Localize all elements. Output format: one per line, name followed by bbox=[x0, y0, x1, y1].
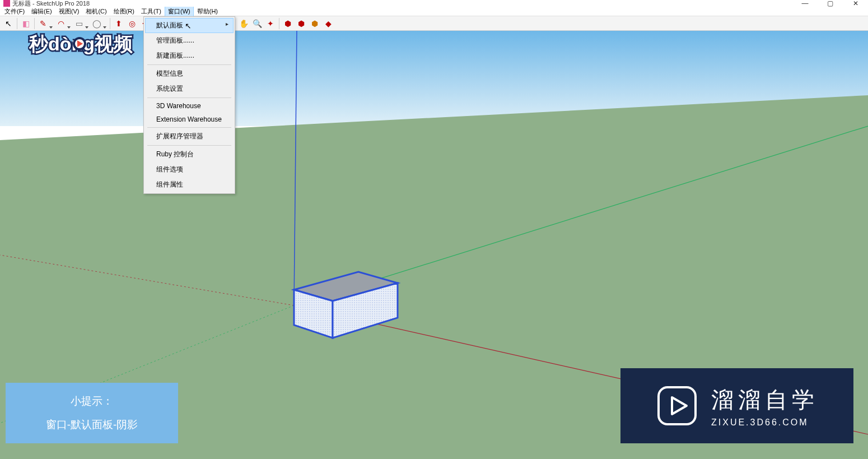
dropdown-item[interactable]: 组件选项 bbox=[145, 162, 234, 177]
cursor-icon: ↖ bbox=[185, 21, 192, 30]
toolbar-separator bbox=[17, 18, 17, 29]
window-controls: — ▢ ✕ bbox=[792, 0, 868, 7]
brand-text: 溜溜自学 ZIXUE.3D66.COM bbox=[711, 384, 819, 428]
dropdown-item[interactable]: Ruby 控制台 bbox=[145, 147, 234, 162]
maximize-button[interactable]: ▢ bbox=[818, 0, 843, 7]
dropdown-item[interactable]: 新建面板...... bbox=[145, 48, 234, 63]
menu-tools[interactable]: 工具(T) bbox=[138, 6, 165, 17]
close-button[interactable]: ✕ bbox=[843, 0, 868, 7]
extension-tool[interactable]: ◆ bbox=[322, 17, 334, 30]
brand-box: 溜溜自学 ZIXUE.3D66.COM bbox=[620, 368, 853, 443]
zoom-tool[interactable]: 🔍 bbox=[251, 17, 263, 30]
dropdown-item[interactable]: 模型信息 bbox=[145, 66, 234, 81]
pan-tool[interactable]: ✋ bbox=[237, 17, 250, 30]
brand-url: ZIXUE.3D66.COM bbox=[711, 418, 809, 428]
menu-help[interactable]: 帮助(H) bbox=[194, 6, 221, 17]
dropdown-separator bbox=[147, 98, 231, 98]
dropdown-item[interactable]: 3D Warehouse bbox=[145, 99, 234, 113]
window-dropdown: 默认面板管理面板......新建面板......模型信息系统设置3D Wareh… bbox=[143, 16, 235, 194]
watermark-logo: 秒dòng视频 bbox=[28, 28, 146, 61]
dropdown-item[interactable]: 扩展程序管理器 bbox=[145, 129, 234, 144]
toolbar-separator bbox=[34, 18, 35, 29]
minimize-button[interactable]: — bbox=[792, 0, 818, 7]
zoom-extents-tool[interactable]: ✦ bbox=[264, 17, 277, 30]
warehouse1-tool[interactable]: ⬢ bbox=[282, 17, 294, 30]
menu-draw[interactable]: 绘图(R) bbox=[110, 6, 138, 17]
dropdown-item[interactable]: 系统设置 bbox=[145, 81, 234, 96]
dropdown-item[interactable]: Extension Warehouse bbox=[145, 113, 234, 126]
tip-box: 小提示： 窗口-默认面板-阴影 bbox=[6, 383, 178, 443]
app-icon bbox=[3, 0, 10, 7]
dropdown-item[interactable]: 管理面板...... bbox=[145, 33, 234, 48]
menubar: 文件(F) 编辑(E) 视图(V) 相机(C) 绘图(R) 工具(T) 窗口(W… bbox=[0, 7, 868, 16]
menu-window[interactable]: 窗口(W) bbox=[165, 6, 194, 17]
titlebar: 无标题 - SketchUp Pro 2018 — ▢ ✕ bbox=[0, 0, 868, 7]
window-title: 无标题 - SketchUp Pro 2018 bbox=[12, 0, 90, 8]
toolbar-separator bbox=[279, 18, 279, 29]
warehouse2-tool[interactable]: ⬢ bbox=[295, 17, 307, 30]
dropdown-separator bbox=[147, 64, 231, 65]
warehouse3-tool[interactable]: ⬢ bbox=[309, 17, 321, 30]
dropdown-separator bbox=[147, 145, 231, 146]
svg-marker-9 bbox=[672, 397, 687, 414]
brand-name: 溜溜自学 bbox=[711, 384, 819, 415]
tip-title: 小提示： bbox=[71, 394, 113, 409]
toolbar-separator bbox=[110, 18, 110, 29]
select-arrow-tool[interactable]: ↖ bbox=[2, 17, 15, 30]
dropdown-item[interactable]: 组件属性 bbox=[145, 177, 234, 192]
tip-body: 窗口-默认面板-阴影 bbox=[46, 418, 138, 432]
dropdown-separator bbox=[147, 127, 231, 128]
svg-rect-8 bbox=[659, 387, 696, 424]
play-icon bbox=[655, 384, 699, 428]
